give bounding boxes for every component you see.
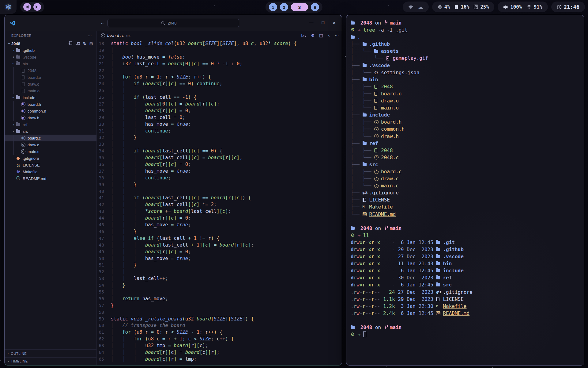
code-line-34[interactable]: 34│ │ if (board[last_cell][c] == 0) { (97, 148, 342, 155)
code-line-48[interactable]: 48│ │ │ board[last_cell + 1][c] = board[… (97, 242, 342, 249)
volume-stat[interactable]: 100% (503, 4, 522, 10)
code-line-32[interactable]: 32│ │ } (97, 134, 342, 141)
explorer-item-src[interactable]: ›src (5, 128, 96, 135)
explorer-root-2048[interactable]: ›2048↻⊟ (5, 40, 96, 47)
code-line-53[interactable]: 53│ │ last_cell++; (97, 275, 342, 282)
media-next-button[interactable] (33, 3, 41, 11)
explorer-item-README.md[interactable]: ⓘREADME.md (5, 175, 96, 182)
split-editor-button[interactable]: ◫ (319, 33, 323, 38)
code-line-46[interactable]: 46│ │ } (97, 228, 342, 235)
outline-section[interactable]: › OUTLINE (5, 350, 96, 357)
explorer-item-draw.o[interactable]: draw.o (5, 81, 96, 87)
terminal-cursor[interactable] (363, 332, 366, 337)
code-line-51[interactable]: 51│ │ } (97, 262, 342, 269)
workspace-3-active[interactable]: 3 (291, 3, 308, 11)
explorer-item-.gitignore[interactable]: .gitignore (5, 155, 96, 162)
explorer-item-main.o[interactable]: main.o (5, 87, 96, 94)
explorer-item-main.c[interactable]: Cmain.c (5, 148, 96, 155)
code-line-31[interactable]: 31│ │ │ continue; (97, 128, 342, 135)
code-line-44[interactable]: 44│ │ │ board[r][c] = 0; (97, 215, 342, 222)
collapse-all-button[interactable]: ⊟ (89, 41, 93, 46)
code-line-62[interactable]: 62│ │ for (u8 c = r + 1; c < SIZE; c++) … (97, 336, 342, 343)
explorer-item-include[interactable]: ›include (5, 94, 96, 101)
minimize-button[interactable]: — (309, 20, 314, 26)
run-debug-button[interactable]: ▷∨ (301, 33, 306, 38)
code-line-37[interactable]: 37│ │ │ has_move = true; (97, 168, 342, 175)
code-line-50[interactable]: 50│ │ │ has_move = true; (97, 255, 342, 262)
code-line-27[interactable]: 27│ │ │ board[0][c] = board[r][c]; (97, 101, 342, 108)
code-line-29[interactable]: 29│ │ │ last_cell = 0; (97, 114, 342, 121)
code-line-58[interactable]: 58 (97, 309, 342, 316)
code-line-36[interactable]: 36│ │ │ board[r][c] = 0; (97, 161, 342, 168)
code-line-52[interactable]: 52│ │ (97, 269, 342, 275)
code-line-38[interactable]: 38│ │ │ continue; (97, 175, 342, 182)
explorer-item-LICENSE[interactable]: ⚖LICENSE (5, 162, 96, 168)
explorer-item-draw.h[interactable]: Hdraw.h (5, 114, 96, 121)
code-line-28[interactable]: 28│ │ │ board[r][c] = 0; (97, 108, 342, 114)
command-center-search[interactable] (107, 19, 239, 27)
new-file-button[interactable] (69, 41, 73, 46)
code-line-20[interactable]: 20│ bool has_move = false; (97, 54, 342, 61)
code-line-33[interactable]: 33│ │ (97, 141, 342, 148)
code-line-39[interactable]: 39│ │ } (97, 182, 342, 188)
tab-board.c[interactable]: C board.c src (101, 33, 130, 38)
explorer-item-board.h[interactable]: Hboard.h (5, 101, 96, 108)
media-prev-button[interactable] (23, 3, 31, 11)
explorer-item-bin[interactable]: ›bin (5, 60, 96, 67)
workspace-2[interactable]: 2 (280, 3, 288, 11)
code-line-45[interactable]: 45│ │ │ has_move = true; (97, 222, 342, 228)
settings-gear-icon[interactable]: ⚙ (311, 33, 315, 38)
refresh-button[interactable]: ↻ (83, 41, 86, 46)
code-line-54[interactable]: 54│ } (97, 282, 342, 289)
code-line-41[interactable]: 41│ │ if (board[last_cell][c] == board[r… (97, 195, 342, 201)
explorer-item-.github[interactable]: ›.github (5, 47, 96, 54)
code-line-42[interactable]: 42│ │ │ board[last_cell][c] *= 2; (97, 201, 342, 208)
code-editor[interactable]: 18static bool _slide_col(u32 board[SIZE]… (97, 40, 342, 365)
code-line-21[interactable]: 21│ i32 last_cell = board[0][c] == 0 ? -… (97, 61, 342, 67)
code-line-57[interactable]: 57} (97, 302, 342, 309)
code-line-22[interactable]: 22│ (97, 67, 342, 74)
code-line-23[interactable]: 23│ for (u8 r = 1; r < SIZE; r++) { (97, 74, 342, 81)
vscode-titlebar[interactable]: ← → — □ × (5, 15, 342, 31)
code-line-30[interactable]: 30│ │ │ has_move = true; (97, 121, 342, 128)
explorer-item-draw.c[interactable]: Cdraw.c (5, 141, 96, 148)
code-line-49[interactable]: 49│ │ │ board[r][c] = 0; (97, 249, 342, 255)
code-line-56[interactable]: 56│ return has_move; (97, 296, 342, 302)
code-line-47[interactable]: 47│ │ else if (last_cell + 1 != r) { (97, 235, 342, 242)
code-line-60[interactable]: 60│ // transpose the board (97, 322, 342, 329)
wifi-stat[interactable]: 91% (526, 4, 542, 10)
code-line-18[interactable]: 18static bool _slide_col(u32 board[SIZE]… (97, 40, 342, 47)
new-folder-button[interactable] (76, 41, 80, 46)
workspace-1[interactable]: 1 (269, 3, 277, 11)
timeline-section[interactable]: › TIMELINE (5, 357, 96, 365)
tray-cloud-icon[interactable]: ☁ (418, 4, 423, 10)
explorer-item-board.o[interactable]: board.o (5, 74, 96, 81)
code-line-64[interactable]: 64│ │ │ board[r][c] = board[c][r]; (97, 349, 342, 356)
code-line-55[interactable]: 55│ (97, 289, 342, 296)
close-editor-button[interactable]: × (327, 33, 330, 38)
code-line-40[interactable]: 40│ │ (97, 188, 342, 195)
close-button[interactable]: × (333, 20, 336, 26)
search-input[interactable] (167, 21, 186, 26)
terminal-content[interactable]: 2048 on main⚙→tree -a -I .git.├── .githu… (346, 15, 584, 365)
code-line-65[interactable]: 65│ │ │ board[c][r] = tmp; (97, 356, 342, 363)
code-line-19[interactable]: 19│ (97, 47, 342, 54)
explorer-more-button[interactable]: ⋯ (88, 33, 92, 38)
workspace-8[interactable]: 8 (311, 3, 319, 11)
maximize-button[interactable]: □ (322, 20, 324, 26)
code-line-43[interactable]: 43│ │ │ *score += board[last_cell][c]; (97, 208, 342, 215)
explorer-item-ref[interactable]: ›ref (5, 121, 96, 128)
explorer-item-Makefile[interactable]: ⚒Makefile (5, 168, 96, 175)
code-line-35[interactable]: 35│ │ │ board[last_cell][c] = board[r][c… (97, 155, 342, 161)
tray-wifi-icon[interactable] (408, 5, 413, 9)
code-line-25[interactable]: 25│ │ (97, 87, 342, 94)
code-line-61[interactable]: 61│ for (u8 r = 0; r < SIZE - 1; r++) { (97, 329, 342, 336)
explorer-item-common.h[interactable]: Hcommon.h (5, 108, 96, 114)
explorer-item-board.c[interactable]: Cboard.c (5, 135, 96, 141)
code-line-24[interactable]: 24│ │ if (board[r][c] == 0) continue; (97, 81, 342, 87)
nav-back-button[interactable]: ← (100, 20, 105, 26)
editor-more-actions[interactable]: ⋯ (335, 33, 339, 38)
code-line-26[interactable]: 26│ │ if (last_cell == -1) { (97, 94, 342, 101)
explorer-item-.vscode[interactable]: ›.vscode (5, 54, 96, 60)
code-line-63[interactable]: 63│ │ │ u32 tmp = board[r][c]; (97, 343, 342, 349)
